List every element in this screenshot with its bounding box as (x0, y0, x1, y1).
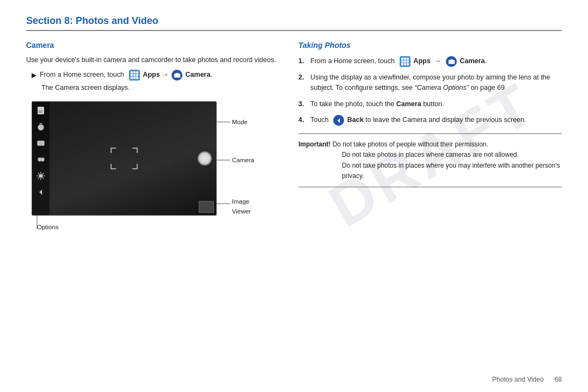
svg-point-5 (41, 158, 44, 161)
apps-icon-inline (128, 70, 141, 81)
step-4-num: 4. (298, 115, 306, 126)
step-1: 1. From a Home screen, touch (298, 56, 562, 67)
camera-screen: SD (32, 101, 217, 216)
camera-heading: Camera (26, 41, 277, 50)
apps-icon (129, 70, 140, 81)
camera-icon-step1 (446, 56, 457, 67)
step-2-content: Using the display as a viewfinder, compo… (310, 72, 562, 94)
step-3-content: To take the photo, touch the Camera butt… (310, 99, 562, 109)
important-line-1: Do not take photos of people without the… (333, 140, 488, 148)
camera-sidebar: SD (32, 102, 50, 215)
step-3: 3. To take the photo, touch the Camera b… (298, 99, 562, 109)
steps-list: 1. From a Home screen, touch (298, 56, 562, 126)
bullet-arrow: ▶ (32, 70, 36, 81)
callout-imageviewer-label: ImageViewer (232, 197, 251, 216)
apps-icon-step1 (400, 56, 411, 67)
cam-shutter-button[interactable] (198, 151, 212, 166)
taking-photos-heading: Taking Photos (298, 41, 562, 50)
footer-section-label: Photos and Video (492, 376, 544, 383)
step-4: 4. Touch Back to leave the Camera a (298, 115, 562, 126)
callout-mode-label: Mode (232, 118, 248, 126)
right-column: Taking Photos 1. From a Home screen, tou… (298, 41, 562, 217)
camera-icon-inline (170, 70, 183, 81)
step1-apps-icon (399, 56, 412, 67)
important-box: Important! Do not take photos of people … (298, 133, 562, 187)
step-1-num: 1. (298, 56, 306, 67)
camera-small-icon (171, 70, 182, 81)
cam-effects-icon (35, 154, 46, 165)
important-first-line: Important! Do not take photos of people … (298, 139, 562, 150)
step4-back-icon (332, 115, 345, 126)
camera-indent-line: The Camera screen displays. (41, 83, 277, 93)
cam-sd-icon: SD (35, 105, 46, 116)
cam-size-icon (35, 138, 46, 149)
svg-text:SD: SD (39, 110, 42, 113)
important-line-2: Do not take photos in places where camer… (342, 150, 562, 160)
camera-screenshot-area: SD (32, 101, 277, 217)
important-line-3: Do not take photos in places where you m… (342, 161, 562, 181)
left-column: Camera Use your device's built-in camera… (26, 41, 277, 217)
viewfinder (111, 148, 138, 169)
step-4-content: Touch Back to leave the Camera and displ… (310, 115, 562, 126)
bullet-text: From a Home screen, touch Apps (40, 70, 212, 81)
callout-camera-label: Camera (232, 156, 254, 164)
step-2-num: 2. (298, 72, 306, 94)
page-footer: Photos and Video 68 (492, 376, 562, 383)
step1-camera-icon (445, 56, 458, 67)
cam-back-icon (35, 187, 46, 198)
step-2: 2. Using the display as a viewfinder, co… (298, 72, 562, 94)
step-1-content: From a Home screen, touch (310, 56, 562, 67)
back-icon (333, 115, 344, 126)
camera-bullet-line: ▶ From a Home screen, touch (32, 70, 277, 81)
step-3-num: 3. (298, 99, 306, 109)
camera-body-text: Use your device's built-in camera and ca… (26, 55, 277, 65)
cam-image-viewer-thumb (199, 201, 214, 213)
options-label: Options (37, 224, 59, 230)
svg-point-6 (39, 174, 42, 177)
section-title: Section 8: Photos and Video (26, 15, 562, 31)
cam-settings-icon (35, 170, 46, 181)
cam-timer-icon (35, 121, 46, 132)
footer-page-number: 68 (555, 376, 562, 383)
